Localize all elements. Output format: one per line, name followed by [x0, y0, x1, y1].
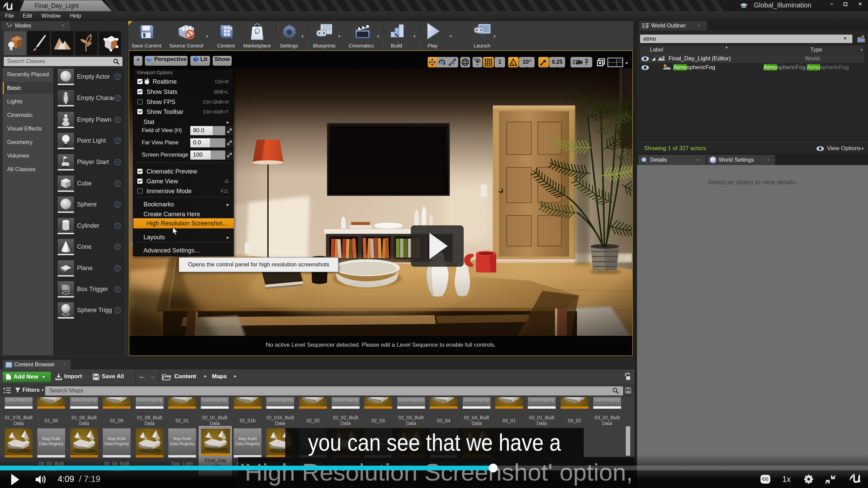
- svg-text:i: i: [643, 158, 644, 162]
- svg-text:u: u: [255, 30, 257, 35]
